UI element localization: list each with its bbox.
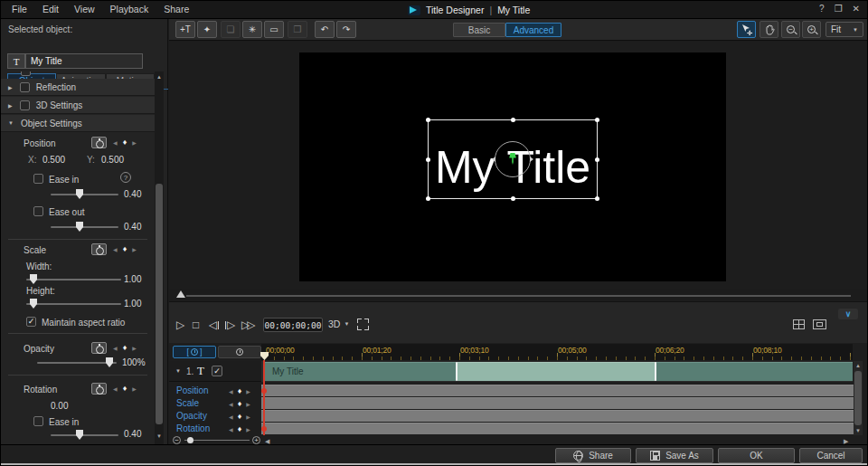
prev-keyframe-icon[interactable]: ◀	[113, 246, 118, 252]
menu-share[interactable]: Share	[162, 4, 191, 14]
menu-playback[interactable]: Playback	[108, 4, 151, 14]
basic-mode-button[interactable]: Basic	[453, 23, 505, 37]
fit-zoom-dropdown[interactable]: Fit ▼	[826, 22, 863, 37]
grid-toggle-button[interactable]	[793, 319, 805, 329]
next-keyframe-icon[interactable]: ▶	[132, 246, 137, 252]
insert-text-button[interactable]: +T	[175, 21, 195, 38]
ease-out-slider[interactable]	[51, 226, 118, 228]
keyframe-marker-rotation[interactable]	[261, 426, 267, 432]
timecode-display[interactable]: 00;00;00;00	[263, 318, 323, 332]
add-keyframe-icon[interactable]: ♦	[238, 412, 242, 421]
scroll-down-icon[interactable]: ▼	[156, 433, 162, 439]
scroll-left-icon[interactable]: ◀	[265, 438, 269, 444]
scroll-up-icon[interactable]: ▲	[855, 363, 861, 368]
section-object-settings[interactable]: ▼ Object Settings	[1, 115, 155, 132]
expander-icon[interactable]: ▶	[8, 102, 13, 109]
clip-segment-out[interactable]	[656, 362, 853, 381]
resize-handle-nw[interactable]	[426, 118, 430, 122]
next-keyframe-icon[interactable]: ▶	[132, 139, 137, 146]
next-keyframe-icon[interactable]: ▶	[246, 426, 250, 433]
opacity-keyframe-toggle[interactable]	[91, 342, 107, 354]
rotation-ease-in-checkbox[interactable]	[33, 416, 43, 426]
rotation-value[interactable]: 0.00	[51, 401, 68, 411]
resize-handle-ne[interactable]	[595, 118, 599, 122]
lane-rotation[interactable]	[261, 423, 854, 434]
scroll-down-icon[interactable]: ▼	[855, 428, 861, 433]
prev-keyframe-icon[interactable]: ◀	[229, 388, 233, 395]
panel-scrollbar-thumb[interactable]	[156, 184, 163, 424]
keyframe-view-toggle-inactive[interactable]	[218, 346, 261, 358]
add-keyframe-icon[interactable]: ♦	[123, 384, 127, 393]
help-icon[interactable]: ?	[819, 4, 825, 14]
clipped-checkbox[interactable]	[21, 71, 31, 76]
next-frame-button[interactable]: ▷	[225, 319, 235, 330]
expander-icon[interactable]: ▶	[8, 84, 13, 90]
slider-thumb[interactable]	[106, 357, 113, 367]
menu-edit[interactable]: Edit	[41, 4, 61, 14]
scroll-up-icon[interactable]: ▲	[156, 74, 162, 80]
rotation-ease-in-slider[interactable]	[51, 434, 118, 436]
fast-forward-button[interactable]: ▷▷	[241, 319, 252, 330]
add-keyframe-icon[interactable]: ♦	[238, 424, 242, 433]
prev-keyframe-icon[interactable]: ◀	[113, 345, 118, 351]
lane-scale[interactable]	[261, 397, 854, 409]
menu-view[interactable]: View	[72, 4, 97, 14]
ok-button[interactable]: OK	[718, 448, 795, 463]
timeline-playhead-line[interactable]	[263, 360, 265, 435]
timeline-zoom-thumb[interactable]	[187, 437, 193, 443]
cancel-button[interactable]: Cancel	[799, 448, 863, 463]
save-as-button[interactable]: Save As	[636, 448, 713, 463]
resize-handle-w[interactable]	[426, 157, 430, 162]
width-slider[interactable]	[26, 279, 121, 281]
track-expander-icon[interactable]: ▼	[175, 368, 181, 374]
share-button[interactable]: Share	[555, 448, 631, 463]
scale-keyframe-toggle[interactable]	[91, 243, 107, 255]
prev-keyframe-icon[interactable]: ◀	[229, 414, 233, 420]
previous-frame-button[interactable]: ◁	[209, 319, 219, 330]
timeline-zoom-track[interactable]	[184, 440, 250, 441]
scrubber-track[interactable]	[186, 295, 851, 297]
insert-effect-button[interactable]: ✳	[242, 21, 262, 38]
selection-box[interactable]	[428, 119, 598, 199]
redo-button[interactable]: ↷	[336, 21, 356, 38]
resize-handle-sw[interactable]	[426, 196, 430, 201]
advanced-mode-button[interactable]: Advanced	[505, 23, 561, 37]
segment-boundary-marker[interactable]	[456, 362, 458, 381]
track-visible-checkbox[interactable]: ✓	[212, 366, 222, 376]
resize-handle-se[interactable]	[595, 196, 599, 201]
resize-handle-n[interactable]	[511, 118, 515, 122]
zoom-in-button[interactable]: +	[802, 21, 821, 38]
height-slider[interactable]	[26, 303, 121, 305]
maintain-aspect-ratio-checkbox[interactable]: ✓	[26, 317, 36, 327]
x-value[interactable]: 0.500	[42, 155, 65, 165]
add-keyframe-icon[interactable]: ♦	[123, 343, 127, 352]
slider-thumb[interactable]	[30, 299, 37, 309]
prev-keyframe-icon[interactable]: ◀	[229, 401, 233, 407]
prev-keyframe-icon[interactable]: ◀	[229, 426, 233, 433]
scrubber-playhead[interactable]	[176, 290, 185, 298]
restore-window-icon[interactable]: ❐	[835, 4, 843, 14]
hand-tool-button[interactable]	[760, 21, 778, 38]
timeline-zoom-out-button[interactable]: −	[173, 436, 181, 444]
close-icon[interactable]: ✕	[853, 4, 860, 14]
resize-handle-s[interactable]	[511, 196, 515, 201]
reflection-checkbox[interactable]	[20, 82, 30, 92]
timeline-ruler[interactable]: 00;00;00 00;01;20 00;03;10 00;05;00 00;0…	[261, 344, 853, 360]
scroll-right-icon[interactable]: ▶	[844, 438, 848, 444]
position-ease-in-checkbox[interactable]	[33, 174, 43, 184]
clip-lane[interactable]: My Title	[261, 361, 853, 382]
undo-button[interactable]: ↶	[315, 21, 335, 38]
add-keyframe-icon[interactable]: ♦	[123, 138, 127, 147]
tv-safe-zone-button[interactable]	[813, 319, 826, 329]
section-reflection[interactable]: ▶ Reflection	[1, 79, 155, 96]
prev-keyframe-icon[interactable]: ◀	[113, 385, 118, 392]
slider-thumb[interactable]	[76, 430, 83, 440]
help-circle-icon[interactable]: ?	[120, 172, 131, 183]
rotation-keyframe-toggle[interactable]	[91, 383, 107, 395]
lane-position[interactable]	[261, 385, 854, 396]
next-keyframe-icon[interactable]: ▶	[132, 385, 137, 392]
timeline-zoom-in-button[interactable]: +	[252, 436, 260, 444]
expander-icon[interactable]: ▼	[8, 120, 14, 126]
segment-boundary-marker[interactable]	[655, 362, 656, 381]
menu-file[interactable]: File	[10, 4, 29, 14]
